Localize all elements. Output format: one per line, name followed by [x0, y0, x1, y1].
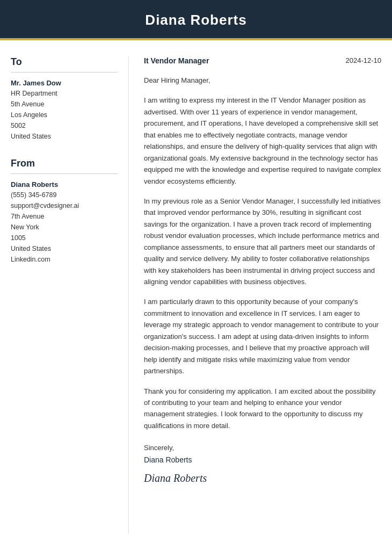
page-header: Diana Roberts — [0, 0, 392, 38]
sender-email: support@cvdesigner.ai — [11, 200, 118, 211]
sender-website: Linkedin.com — [11, 254, 118, 265]
left-column: To Mr. James Dow HR Department 5th Avenu… — [11, 56, 129, 534]
recipient-department: HR Department — [11, 88, 118, 99]
from-section: From Diana Roberts (555) 345-6789 suppor… — [11, 158, 118, 265]
recipient-street: 5th Avenue — [11, 99, 118, 110]
sender-phone: (555) 345-6789 — [11, 190, 118, 200]
closing-text: Sincerely, — [144, 442, 381, 453]
letter-paragraph-1: I am writing to express my interest in t… — [144, 95, 381, 187]
to-section: To Mr. James Dow HR Department 5th Avenu… — [11, 56, 118, 142]
sender-country: United States — [11, 243, 118, 254]
letter-date: 2024-12-10 — [346, 56, 382, 64]
sender-city: New York — [11, 222, 118, 233]
from-title: From — [11, 158, 118, 169]
content-area: To Mr. James Dow HR Department 5th Avenu… — [0, 40, 392, 550]
recipient-country: United States — [11, 131, 118, 142]
signature: Diana Roberts — [144, 469, 381, 487]
sender-street: 7th Avenue — [11, 211, 118, 222]
recipient-city: Los Angeles — [11, 110, 118, 120]
letter-salutation: Dear Hiring Manager, — [144, 75, 381, 86]
sender-name: Diana Roberts — [11, 180, 118, 189]
letter-header-row: It Vendor Manager 2024-12-10 — [144, 56, 381, 65]
letter-position: It Vendor Manager — [144, 56, 209, 65]
letter-body: Dear Hiring Manager, I am writing to exp… — [144, 75, 381, 487]
letter-paragraph-3: I am particularly drawn to this opportun… — [144, 296, 381, 377]
recipient-zip: 5002 — [11, 120, 118, 131]
header-name: Diana Roberts — [0, 12, 392, 28]
closing-name: Diana Roberts — [144, 454, 381, 466]
sender-zip: 1005 — [11, 233, 118, 243]
recipient-name: Mr. James Dow — [11, 79, 118, 87]
to-divider — [11, 72, 118, 73]
to-title: To — [11, 56, 118, 68]
letter-paragraph-2: In my previous role as a Senior Vendor M… — [144, 196, 381, 288]
from-divider — [11, 173, 118, 174]
letter-closing: Sincerely, Diana Roberts — [144, 442, 381, 466]
letter-paragraph-4: Thank you for considering my application… — [144, 386, 381, 432]
right-column: It Vendor Manager 2024-12-10 Dear Hiring… — [129, 56, 381, 534]
